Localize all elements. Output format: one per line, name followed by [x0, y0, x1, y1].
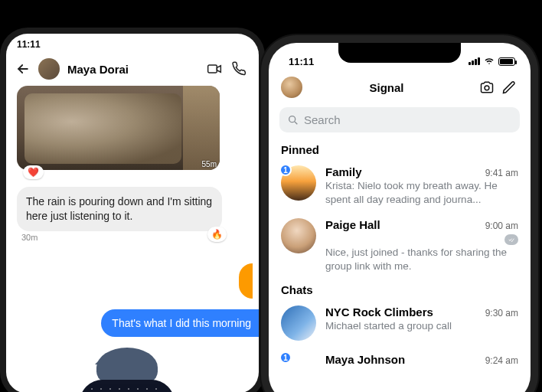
ios-status-right	[469, 57, 515, 66]
section-pinned: Pinned	[269, 139, 531, 159]
back-arrow-icon[interactable]	[15, 61, 31, 77]
camera-icon[interactable]	[478, 80, 495, 95]
search-field[interactable]: Search	[279, 107, 520, 132]
compose-icon[interactable]	[501, 80, 518, 95]
chat-header: Maya Dorai	[6, 55, 259, 86]
cellular-icon	[469, 57, 480, 65]
image-message-time: 55m	[202, 160, 217, 168]
read-receipt-icon	[504, 234, 518, 245]
ios-clock: 11:11	[289, 56, 314, 67]
android-clock: 11:11	[17, 39, 41, 50]
unread-badge: 1	[279, 351, 292, 364]
conversation-time: 9:24 am	[485, 355, 518, 366]
avatar: 1	[281, 165, 316, 201]
conversation-preview: Michael started a group call	[325, 319, 518, 333]
cat-photo	[24, 93, 181, 164]
incoming-message[interactable]: The rain is pouring down and I'm sitting…	[17, 187, 222, 231]
outgoing-message-text: That's what I did this morning	[112, 317, 251, 329]
video-call-icon[interactable]	[205, 61, 224, 77]
contact-avatar[interactable]	[38, 58, 60, 80]
avatar: 1	[281, 353, 316, 388]
conversation-row-maya[interactable]: 1 Maya Johnson 9:24 am	[269, 347, 531, 392]
fire-reaction-icon[interactable]: 🔥	[207, 227, 227, 242]
svg-rect-0	[208, 65, 217, 73]
incoming-message-text: The rain is pouring down and I'm sitting…	[26, 195, 212, 222]
contact-name[interactable]: Maya Dorai	[67, 63, 198, 76]
conversation-time: 9:41 am	[485, 168, 518, 178]
wifi-icon	[483, 57, 495, 66]
avatar	[281, 218, 316, 253]
conversation-preview: Krista: Nielo took my breath away. He sp…	[325, 179, 518, 206]
conversation-row-family[interactable]: 1 Family 9:41 am Krista: Nielo took my b…	[269, 159, 531, 212]
android-status-bar: 11:11	[6, 34, 259, 55]
search-placeholder: Search	[304, 113, 341, 126]
app-title: Signal	[309, 81, 472, 94]
conversation-row-paige[interactable]: Paige Hall 9:00 am Nice, just joined - t…	[269, 212, 531, 279]
section-chats: Chats	[269, 279, 531, 299]
conversation-preview: Nice, just joined - thanks for sharing t…	[325, 246, 518, 273]
avatar	[281, 305, 316, 341]
conversation-time: 9:00 am	[485, 220, 518, 231]
battery-icon	[498, 57, 515, 66]
conversation-name: NYC Rock Climbers	[325, 305, 433, 318]
conversation-row-nyc[interactable]: NYC Rock Climbers 9:30 am Michael starte…	[269, 299, 531, 347]
sticker-bed	[80, 380, 175, 392]
android-phone: 11:11 Maya Dorai 55m ❤️ The rain is pour…	[6, 34, 259, 392]
svg-point-2	[289, 116, 295, 122]
image-message[interactable]: 55m ❤️	[17, 86, 220, 170]
search-icon	[287, 114, 299, 126]
conversation-list-header: Signal	[269, 72, 531, 104]
conversation-name: Family	[325, 165, 362, 178]
profile-avatar[interactable]	[281, 77, 302, 98]
conversation-time: 9:30 am	[485, 308, 518, 318]
image-message-second	[183, 86, 220, 170]
orange-bubble-edge	[239, 263, 253, 299]
iphone: 11:11 Signal Search Pinned 1 Family 9:41…	[269, 43, 531, 392]
heart-reaction-icon[interactable]: ❤️	[23, 165, 44, 179]
svg-point-1	[485, 86, 489, 90]
conversation-name: Maya Johnson	[325, 353, 405, 366]
outgoing-message[interactable]: That's what I did this morning	[101, 309, 259, 337]
outgoing-image-edge[interactable]	[12, 263, 253, 299]
chat-body: 55m ❤️ The rain is pouring down and I'm …	[6, 86, 259, 392]
cat-sticker[interactable]	[66, 348, 188, 392]
unread-badge: 1	[279, 164, 292, 176]
iphone-notch	[338, 43, 461, 63]
voice-call-icon[interactable]	[231, 61, 250, 77]
conversation-name: Paige Hall	[325, 218, 380, 231]
